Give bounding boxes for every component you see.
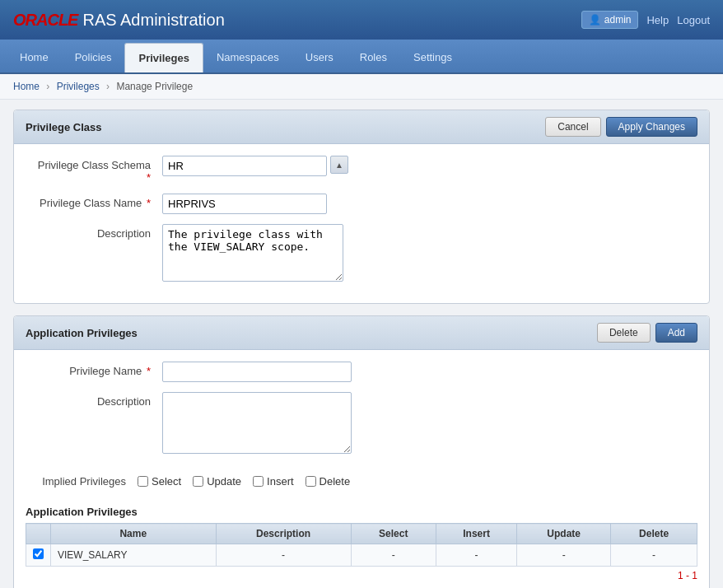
app-privileges-buttons: Delete Add <box>597 323 697 343</box>
priv-name-input[interactable] <box>162 362 352 382</box>
th-name: Name <box>51 524 217 544</box>
user-icon: 👤 <box>589 14 601 26</box>
th-select: Select <box>351 524 436 544</box>
schema-scroll-btn[interactable]: ▲ <box>330 156 348 174</box>
implied-privileges-row: Implied Privileges Select Update Insert <box>14 475 709 496</box>
breadcrumb-sep-2: › <box>106 81 110 92</box>
nav-home[interactable]: Home <box>7 43 62 72</box>
row-update: - <box>517 544 611 567</box>
priv-name-wrap <box>162 362 352 382</box>
schema-control-wrap: ▲ <box>162 156 348 176</box>
add-button[interactable]: Add <box>655 323 697 343</box>
breadcrumb-privileges[interactable]: Privileges <box>57 81 100 92</box>
logout-link[interactable]: Logout <box>677 14 710 26</box>
implied-label: Implied Privileges <box>30 475 138 488</box>
row-select: - <box>351 544 436 567</box>
checkbox-insert-label: Insert <box>267 475 294 488</box>
th-insert: Insert <box>436 524 517 544</box>
name-control-wrap <box>162 194 327 214</box>
breadcrumb: Home › Privileges › Manage Privilege <box>0 74 723 100</box>
name-row: Privilege Class Name * <box>30 194 693 214</box>
priv-desc-wrap <box>162 392 352 454</box>
pagination: 1 - 1 <box>26 567 697 581</box>
table-row: VIEW_SALARY - - - - - <box>26 544 697 567</box>
app-privileges-title: Application Privileges <box>26 327 138 339</box>
name-input[interactable] <box>162 194 327 214</box>
row-name: VIEW_SALARY <box>51 544 217 567</box>
app-privileges-table: Name Description Select Insert Update De… <box>26 523 697 567</box>
header-title: ORACLE RAS Administration <box>13 11 225 30</box>
schema-required: * <box>147 171 151 184</box>
th-delete: Delete <box>611 524 697 544</box>
help-link[interactable]: Help <box>646 14 669 26</box>
checkbox-delete-label: Delete <box>320 475 351 488</box>
checkbox-delete-input[interactable] <box>306 476 316 487</box>
app-privileges-panel: Application Privileges Delete Add Privil… <box>13 315 710 588</box>
table-section-title: Application Privileges <box>26 506 697 518</box>
desc-textarea[interactable]: The privilege class with the VIEW_SALARY… <box>162 224 343 282</box>
checkbox-select-input[interactable] <box>138 476 148 487</box>
oracle-logo: ORACLE <box>13 11 77 30</box>
priv-name-row: Privilege Name * <box>30 362 693 382</box>
privilege-class-panel: Privilege Class Cancel Apply Changes Pri… <box>13 110 710 304</box>
priv-desc-textarea[interactable] <box>162 392 352 454</box>
breadcrumb-home[interactable]: Home <box>13 81 40 92</box>
desc-control-wrap: The privilege class with the VIEW_SALARY… <box>162 224 343 282</box>
checkbox-select[interactable]: Select <box>138 475 181 488</box>
privilege-class-buttons: Cancel Apply Changes <box>545 117 697 137</box>
app-privileges-body: Privilege Name * Description <box>14 350 709 475</box>
checkbox-delete[interactable]: Delete <box>306 475 351 488</box>
delete-button[interactable]: Delete <box>597 323 651 343</box>
ras-title: RAS Administration <box>82 11 224 30</box>
cancel-button[interactable]: Cancel <box>545 117 600 137</box>
th-description: Description <box>216 524 351 544</box>
name-required: * <box>147 197 151 209</box>
table-header-row: Name Description Select Insert Update De… <box>26 524 697 544</box>
checkbox-insert[interactable]: Insert <box>253 475 294 488</box>
checkbox-select-label: Select <box>152 475 181 488</box>
table-section: Application Privileges Name Description … <box>14 506 709 588</box>
nav-roles[interactable]: Roles <box>347 43 400 72</box>
checkbox-insert-input[interactable] <box>253 476 264 487</box>
header-actions: 👤 admin Help Logout <box>581 11 710 29</box>
th-checkbox <box>26 524 51 544</box>
desc-label: Description <box>30 224 162 240</box>
header: ORACLE RAS Administration 👤 admin Help L… <box>0 0 723 40</box>
nav-namespaces[interactable]: Namespaces <box>203 43 292 72</box>
th-update: Update <box>517 524 611 544</box>
user-name: admin <box>604 14 632 26</box>
schema-row: Privilege Class Schema * ▲ <box>30 156 693 184</box>
implied-checkbox-group: Select Update Insert Delete <box>138 475 350 488</box>
nav-users[interactable]: Users <box>292 43 347 72</box>
app-privileges-panel-header: Application Privileges Delete Add <box>14 316 709 350</box>
checkbox-update-label: Update <box>207 475 241 488</box>
user-badge: 👤 admin <box>581 11 639 29</box>
breadcrumb-current: Manage Privilege <box>116 81 193 92</box>
nav-privileges[interactable]: Privileges <box>124 43 203 72</box>
row-checkbox-cell[interactable] <box>26 544 51 567</box>
privilege-class-title: Privilege Class <box>26 121 102 133</box>
breadcrumb-sep-1: › <box>46 81 49 92</box>
apply-changes-button[interactable]: Apply Changes <box>606 117 697 137</box>
row-checkbox[interactable] <box>33 548 44 559</box>
desc-row: Description The privilege class with the… <box>30 224 693 282</box>
nav-settings[interactable]: Settings <box>400 43 465 72</box>
priv-name-required: * <box>147 365 151 377</box>
row-insert: - <box>436 544 517 567</box>
nav-bar: Home Policies Privileges Namespaces User… <box>0 40 723 74</box>
priv-desc-row: Description <box>30 392 693 454</box>
checkbox-update-input[interactable] <box>193 476 203 487</box>
privilege-class-body: Privilege Class Schema * ▲ Privilege Cla… <box>14 144 709 303</box>
privilege-class-panel-header: Privilege Class Cancel Apply Changes <box>14 110 709 144</box>
schema-input[interactable] <box>162 156 327 176</box>
schema-label: Privilege Class Schema * <box>30 156 162 184</box>
row-description: - <box>216 544 351 567</box>
page-wrapper: ORACLE RAS Administration 👤 admin Help L… <box>0 0 723 588</box>
name-label: Privilege Class Name * <box>30 194 162 209</box>
nav-policies[interactable]: Policies <box>62 43 125 72</box>
priv-name-label: Privilege Name * <box>30 362 162 377</box>
checkbox-update[interactable]: Update <box>193 475 241 488</box>
main-content: Privilege Class Cancel Apply Changes Pri… <box>0 100 723 588</box>
row-delete: - <box>611 544 697 567</box>
priv-desc-label: Description <box>30 392 162 408</box>
